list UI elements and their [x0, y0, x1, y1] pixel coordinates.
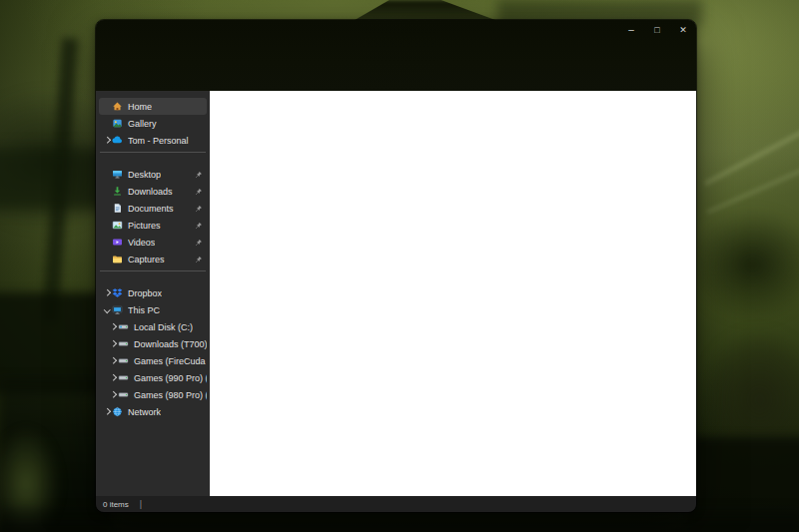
chevron-right-icon[interactable]	[103, 136, 112, 145]
chevron-right-icon[interactable]	[103, 407, 112, 416]
onedrive-icon	[112, 135, 123, 146]
sidebar-item-label: Network	[128, 407, 161, 417]
sidebar-separator	[100, 270, 206, 271]
status-divider: |	[140, 499, 142, 509]
gallery-icon	[112, 118, 123, 129]
items-count: 0 items	[103, 500, 129, 509]
close-button[interactable]: ✕	[670, 20, 696, 40]
sidebar-separator	[100, 152, 206, 153]
sidebar-item-gallery[interactable]: Gallery	[99, 115, 207, 132]
pin-icon	[195, 222, 203, 230]
sidebar-item-label: This PC	[128, 305, 160, 315]
drive-icon	[118, 389, 129, 400]
chevron-down-icon[interactable]	[103, 305, 112, 314]
sidebar-item-label: Documents	[128, 204, 174, 214]
title-bar[interactable]: – □ ✕	[96, 20, 696, 91]
folder-icon	[112, 254, 123, 265]
videos-icon	[112, 237, 123, 248]
minimize-icon: –	[628, 25, 634, 35]
status-bar: 0 items |	[96, 496, 696, 512]
maximize-icon: □	[654, 26, 659, 35]
drive-windows-icon	[118, 321, 129, 332]
wallpaper-dark-foreground	[687, 437, 799, 532]
wallpaper-light-ray	[706, 161, 799, 214]
sidebar-item-dropbox[interactable]: Dropbox	[99, 284, 207, 301]
pin-icon	[195, 205, 203, 213]
sidebar-item-drive-g[interactable]: Games (980 Pro) (G:)	[99, 386, 207, 403]
sidebar-item-label: Gallery	[128, 119, 157, 129]
sidebar-item-label: Pictures	[128, 221, 161, 231]
sidebar-item-label: Games (FireCuda 530) (E:)	[134, 356, 207, 366]
sidebar-item-pictures[interactable]: Pictures	[99, 217, 207, 234]
sidebar-item-videos[interactable]: Videos	[99, 234, 207, 251]
sidebar-item-onedrive[interactable]: Tom - Personal	[99, 132, 207, 149]
wallpaper-light-ray	[704, 119, 799, 187]
drive-icon	[118, 372, 129, 383]
pin-icon	[195, 188, 203, 196]
sidebar-item-label: Tom - Personal	[128, 136, 189, 146]
pictures-icon	[112, 220, 123, 231]
chevron-right-icon[interactable]	[109, 322, 118, 331]
sidebar-item-label: Downloads	[128, 187, 173, 197]
downloads-icon	[112, 186, 123, 197]
chevron-right-icon[interactable]	[109, 373, 118, 382]
wallpaper-trunk	[42, 38, 78, 322]
sidebar-item-captures[interactable]: Captures	[99, 251, 207, 267]
wallpaper-moss-highlight	[0, 427, 60, 532]
close-icon: ✕	[679, 26, 687, 35]
sidebar-item-drive-c[interactable]: Local Disk (C:)	[99, 318, 207, 335]
sidebar-item-home[interactable]: Home	[99, 98, 207, 115]
sidebar-item-desktop[interactable]: Desktop	[99, 166, 207, 183]
dropbox-icon	[112, 287, 123, 298]
sidebar-item-drive-f[interactable]: Games (990 Pro) (F:)	[99, 369, 207, 386]
this-pc-icon	[112, 304, 123, 315]
pin-icon	[195, 171, 203, 179]
sidebar-item-downloads[interactable]: Downloads	[99, 183, 207, 200]
pin-icon	[195, 256, 203, 264]
sidebar-item-this-pc[interactable]: This PC	[99, 301, 207, 318]
caption-buttons: – □ ✕	[618, 20, 696, 42]
sidebar-item-label: Downloads (T700) (D:)	[134, 339, 207, 349]
sidebar-item-label: Videos	[128, 238, 155, 248]
home-icon	[112, 101, 123, 112]
minimize-button[interactable]: –	[618, 20, 644, 40]
drive-icon	[118, 338, 129, 349]
wallpaper-foliage	[685, 208, 799, 322]
chevron-right-icon[interactable]	[103, 288, 112, 297]
sidebar-item-label: Captures	[128, 255, 165, 265]
sidebar-item-documents[interactable]: Documents	[99, 200, 207, 217]
sidebar-item-label: Home	[128, 102, 152, 112]
sidebar-item-label: Desktop	[128, 170, 161, 180]
network-icon	[112, 406, 123, 417]
pin-icon	[195, 239, 203, 247]
desktop-icon	[112, 169, 123, 180]
sidebar-item-drive-e[interactable]: Games (FireCuda 530) (E:)	[99, 352, 207, 369]
chevron-right-icon[interactable]	[109, 339, 118, 348]
sidebar-item-label: Dropbox	[128, 288, 162, 298]
sidebar-item-label: Games (980 Pro) (G:)	[134, 390, 207, 400]
chevron-right-icon[interactable]	[109, 356, 118, 365]
chevron-right-icon[interactable]	[109, 390, 118, 399]
wallpaper-rock	[697, 327, 799, 472]
documents-icon	[112, 203, 123, 214]
sidebar-item-network[interactable]: Network	[99, 403, 207, 420]
file-list-pane[interactable]	[210, 91, 696, 496]
maximize-button[interactable]: □	[644, 20, 670, 40]
sidebar-item-label: Games (990 Pro) (F:)	[134, 373, 207, 383]
file-explorer-window: – □ ✕ Home Gallery	[96, 20, 696, 512]
sidebar-item-label: Local Disk (C:)	[134, 322, 193, 332]
drive-icon	[118, 355, 129, 366]
sidebar-item-drive-d[interactable]: Downloads (T700) (D:)	[99, 335, 207, 352]
navigation-pane: Home Gallery Tom - Personal	[96, 91, 210, 496]
